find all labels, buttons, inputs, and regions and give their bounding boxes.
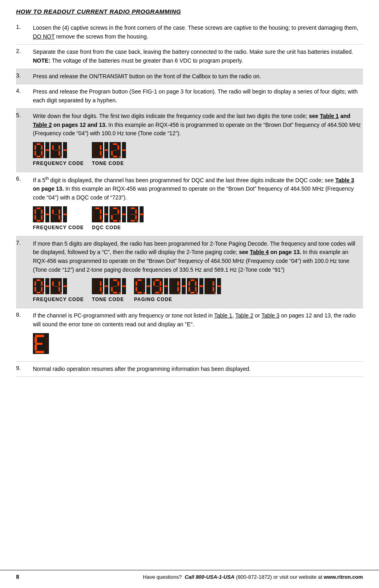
svg-point-286 (197, 292, 198, 294)
svg-marker-139 (135, 208, 137, 209)
svg-marker-149 (135, 220, 137, 222)
svg-marker-89 (52, 210, 54, 214)
svg-marker-161 (41, 286, 43, 287)
svg-marker-141 (135, 210, 137, 214)
footer-page-num: 8 (16, 574, 19, 580)
svg-marker-131 (113, 220, 117, 222)
svg-marker-91 (52, 214, 54, 215)
svg-rect-186 (63, 285, 67, 287)
freq-label-7: FREQUENCY CODE (33, 297, 84, 302)
svg-marker-261 (171, 286, 172, 287)
section-4: 4. Press and release the Program button … (16, 84, 363, 108)
freq-digits-6 (33, 206, 67, 222)
svg-marker-176 (52, 286, 54, 287)
svg-marker-46 (95, 156, 99, 157)
svg-marker-126 (113, 214, 117, 215)
svg-marker-2 (36, 143, 41, 145)
svg-marker-58 (113, 150, 117, 151)
table3-link-8[interactable]: Table 3 (261, 312, 280, 319)
table2-link[interactable]: Table 2 (33, 122, 52, 128)
display-row-8 (33, 333, 361, 356)
svg-marker-207 (118, 279, 119, 281)
section-body-7: If more than 5 digits are displayed, the… (31, 236, 363, 308)
table2-link-8[interactable]: Table 2 (235, 312, 253, 319)
svg-rect-308 (34, 337, 37, 343)
svg-marker-259 (171, 281, 172, 286)
digit-2-seg-6 (109, 206, 121, 222)
section-body-4: Press and release the Program button (Se… (31, 84, 363, 108)
svg-marker-122 (118, 208, 119, 209)
svg-marker-130 (111, 220, 113, 222)
svg-marker-104 (95, 208, 99, 209)
section-2: 2. Separate the case front from the case… (16, 45, 363, 69)
error-display-8 (33, 333, 49, 356)
svg-marker-226 (142, 281, 144, 286)
svg-marker-172 (54, 279, 58, 281)
svg-marker-298 (206, 287, 208, 291)
freq-digits-5 (33, 142, 67, 158)
svg-marker-109 (95, 214, 99, 215)
svg-marker-227 (136, 286, 137, 287)
svg-marker-247 (153, 287, 155, 291)
table1-link[interactable]: Table 1 (320, 113, 338, 119)
svg-marker-267 (173, 292, 177, 293)
section-5: 5. Write down the four digits. The first… (16, 109, 363, 172)
svg-marker-205 (111, 279, 113, 281)
svg-marker-273 (188, 279, 190, 281)
svg-marker-144 (135, 214, 137, 215)
svg-marker-250 (155, 292, 159, 293)
svg-marker-110 (100, 214, 101, 215)
svg-marker-296 (208, 286, 212, 287)
table3-link-6[interactable]: Table 3 (335, 177, 354, 183)
svg-marker-120 (111, 208, 113, 209)
svg-marker-9 (34, 151, 36, 155)
svg-point-82 (43, 220, 44, 222)
svg-marker-75 (36, 214, 41, 215)
table4-link[interactable]: Table 4 (250, 249, 269, 255)
digit-3-seg (127, 206, 138, 222)
page-footer: 8 Have questions? Call 800-USA-1-USA (80… (0, 570, 379, 580)
svg-marker-164 (34, 292, 36, 293)
svg-point-116 (101, 220, 103, 222)
svg-marker-278 (188, 286, 190, 287)
section-num-2: 2. (16, 45, 31, 68)
svg-marker-214 (118, 287, 119, 291)
svg-marker-27 (59, 151, 60, 155)
svg-marker-183 (59, 292, 60, 293)
svg-marker-285 (195, 292, 197, 293)
svg-marker-35 (93, 143, 95, 145)
svg-marker-18 (52, 143, 54, 145)
svg-point-99 (60, 220, 62, 222)
svg-marker-59 (118, 150, 119, 151)
svg-marker-264 (171, 287, 172, 291)
svg-marker-113 (93, 220, 95, 222)
svg-marker-300 (206, 292, 208, 293)
svg-rect-313 (46, 345, 48, 350)
svg-marker-290 (206, 279, 208, 281)
svg-rect-16 (46, 149, 49, 151)
freq-display-7: FREQUENCY CODE (33, 278, 84, 302)
svg-marker-244 (153, 286, 155, 287)
svg-marker-55 (111, 145, 113, 150)
page-title: HOW TO READOUT CURRENT RADIO PROGRAMMING (16, 8, 363, 15)
table1-link-8[interactable]: Table 1 (214, 312, 232, 319)
svg-marker-297 (213, 286, 214, 287)
svg-marker-62 (111, 156, 113, 157)
svg-marker-52 (111, 143, 113, 145)
svg-marker-179 (52, 287, 54, 291)
svg-marker-159 (34, 286, 36, 287)
section-num-4: 4. (16, 84, 31, 108)
svg-marker-97 (54, 220, 58, 222)
svg-marker-87 (54, 208, 58, 209)
svg-marker-64 (118, 156, 119, 157)
svg-marker-258 (177, 279, 179, 281)
svg-rect-169 (46, 285, 49, 287)
svg-marker-194 (95, 286, 99, 287)
svg-marker-197 (100, 287, 101, 291)
svg-marker-262 (173, 286, 177, 287)
svg-point-252 (161, 292, 163, 294)
svg-marker-181 (52, 292, 54, 293)
digit-0-seg-6 (33, 206, 44, 222)
svg-marker-163 (41, 287, 43, 291)
freq-display-5: FREQUENCY CODE (33, 142, 84, 166)
